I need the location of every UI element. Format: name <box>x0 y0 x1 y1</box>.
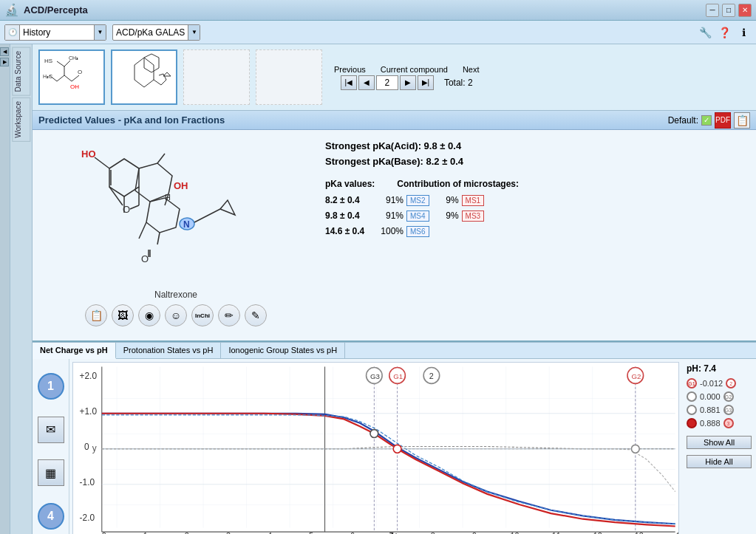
tab-protonation[interactable]: Protonation States vs pH <box>116 343 222 358</box>
chart-email-icon[interactable]: ✉ <box>38 417 64 443</box>
pdf-icon[interactable]: PDF <box>715 112 731 129</box>
chart-left-panel: 1 ✉ ▦ 4 <box>33 359 69 534</box>
ms-badge-ms6[interactable]: MS6 <box>406 226 429 237</box>
g2-badge: G2 <box>723 391 734 402</box>
history-arrow[interactable]: ▼ <box>94 24 106 41</box>
info-icon[interactable]: ℹ <box>735 24 752 41</box>
g3-value: 0.881 <box>700 405 721 414</box>
svg-point-61 <box>393 445 401 453</box>
hide-all-button[interactable]: Hide All <box>687 455 752 468</box>
pka-pct2-1: 9% <box>432 195 459 205</box>
edit-button[interactable]: ✏ <box>218 304 240 326</box>
nav-first-button[interactable]: |◀ <box>341 75 357 90</box>
svg-line-1 <box>57 61 64 66</box>
inchi-button[interactable]: InChi <box>191 304 214 326</box>
svg-text:OH: OH <box>70 83 79 90</box>
g2-value: 0.000 <box>700 392 721 401</box>
settings-icon[interactable]: 🔧 <box>697 24 713 41</box>
default-checkbox[interactable]: ✓ <box>701 115 712 126</box>
legend-g2: 0.000 G2 <box>687 391 752 402</box>
sidebar-expand-btn[interactable]: ▶ <box>0 58 9 66</box>
sidebar-collapse-btn[interactable]: ◀ <box>0 47 9 56</box>
svg-text:3: 3 <box>226 531 231 534</box>
legend-g1: G1 -0.012 2 <box>687 378 752 388</box>
molecule-name: Naltrexone <box>154 290 197 300</box>
compound-thumb-1[interactable]: HS CH₃ H₃C OH O <box>38 49 105 105</box>
g2-dot <box>687 391 697 402</box>
history-icon: 🕐 <box>5 24 20 41</box>
chart-btn-4[interactable]: 4 <box>38 503 64 530</box>
svg-line-10 <box>72 75 79 81</box>
svg-text:HS: HS <box>44 58 52 64</box>
pka-pct1-1: 91% <box>377 195 403 205</box>
copy-structure-button[interactable]: 📋 <box>85 304 107 326</box>
history-label: History <box>20 27 94 38</box>
ms-badge-ms1[interactable]: MS1 <box>462 195 485 206</box>
svg-point-62 <box>631 445 639 453</box>
chart-table-icon[interactable]: ▦ <box>38 459 64 486</box>
svg-text:1: 1 <box>143 531 148 534</box>
tab-ionogenic[interactable]: Ionogenic Group States vs pH <box>221 343 345 358</box>
method-dropdown[interactable]: ACD/pKa GALAS ▼ <box>112 24 200 41</box>
svg-text:O: O <box>78 69 82 75</box>
molecule-display: HO <box>35 133 316 338</box>
workspace-tab[interactable]: Workspace <box>12 97 30 142</box>
svg-line-25 <box>109 187 123 205</box>
minimize-button[interactable]: ─ <box>706 4 719 17</box>
svg-line-15 <box>161 80 166 85</box>
svg-rect-49 <box>102 366 675 527</box>
total-value: 0.888 <box>700 419 721 428</box>
pka-pct1-2: 91% <box>377 210 403 221</box>
copy-image-button[interactable]: 🖼 <box>112 304 134 326</box>
svg-marker-36 <box>220 200 235 215</box>
data-source-tab[interactable]: Data Source <box>12 47 30 96</box>
nav-next-button[interactable]: ▶ <box>400 75 416 90</box>
chart-tabs: Net Charge vs pH Protonation States vs p… <box>33 343 756 359</box>
title-bar: 🔬 ACD/Percepta ─ □ ✕ <box>0 0 756 21</box>
close-button[interactable]: ✕ <box>738 4 752 17</box>
pka-header2: Contribution of microstages: <box>397 179 519 189</box>
svg-text:-1.0: -1.0 <box>80 477 95 487</box>
predicted-title: Predicted Values - pKa and Ion Fractions <box>38 114 225 126</box>
nav-total: Total: 2 <box>444 78 473 88</box>
sidebar: ◀ ▶ Data Source Workspace <box>0 44 33 534</box>
compound-thumb-2[interactable] <box>111 49 177 105</box>
method-label: ACD/pKa GALAS <box>113 27 188 38</box>
pka-strongest: Strongest pKa(Acid): 9.8 ± 0.4 Strongest… <box>325 139 744 170</box>
copy-icon[interactable]: 📋 <box>734 112 750 129</box>
tab-net-charge[interactable]: Net Charge vs pH <box>33 343 116 359</box>
svg-line-8 <box>64 75 72 81</box>
pka-val-2: 9.8 ± 0.4 <box>325 210 377 221</box>
g3-dot <box>687 405 697 415</box>
current-label: Current compound <box>381 65 448 74</box>
chart-btn-1[interactable]: 1 <box>38 373 64 400</box>
nav-prev-button[interactable]: ◀ <box>358 75 375 90</box>
pka-header1: pKa values: <box>325 179 375 189</box>
history-dropdown[interactable]: 🕐 History ▼ <box>4 24 106 41</box>
ms-badge-ms3[interactable]: MS3 <box>462 210 485 222</box>
svg-text:0: 0 <box>84 442 89 452</box>
3d-button[interactable]: ◉ <box>138 304 160 326</box>
g1-value: -0.012 <box>700 379 723 388</box>
strongest-acid: Strongest pKa(Acid): 9.8 ± 0.4 <box>325 139 744 154</box>
svg-text:G2: G2 <box>631 372 641 380</box>
predicted-controls: Default: ✓ PDF 📋 <box>668 112 750 129</box>
legend-total: 0.888 3 <box>687 418 752 428</box>
pka-panel: Strongest pKa(Acid): 9.8 ± 0.4 Strongest… <box>316 133 753 338</box>
legend-ph: pH: 7.4 <box>687 363 752 374</box>
nav-last-button[interactable]: ▶| <box>418 75 434 90</box>
svg-marker-20 <box>109 159 139 196</box>
ms-badge-ms2[interactable]: MS2 <box>406 195 429 206</box>
method-arrow[interactable]: ▼ <box>188 24 200 41</box>
help-icon[interactable]: ❓ <box>716 24 732 41</box>
show-all-button[interactable]: Show All <box>687 436 752 449</box>
svg-text:N: N <box>183 219 190 230</box>
nav-controls: Previous Current compound Next |◀ ◀ ▶ ▶|… <box>334 65 480 90</box>
nav-current-input[interactable] <box>376 75 398 90</box>
pencil-button[interactable]: ✎ <box>245 304 267 326</box>
ms-badge-ms4[interactable]: MS4 <box>406 210 429 222</box>
svg-line-22 <box>95 157 109 168</box>
maximize-button[interactable]: □ <box>722 4 735 17</box>
predicted-header: Predicted Values - pKa and Ion Fractions… <box>33 111 756 130</box>
face-button[interactable]: ☺ <box>165 304 187 326</box>
